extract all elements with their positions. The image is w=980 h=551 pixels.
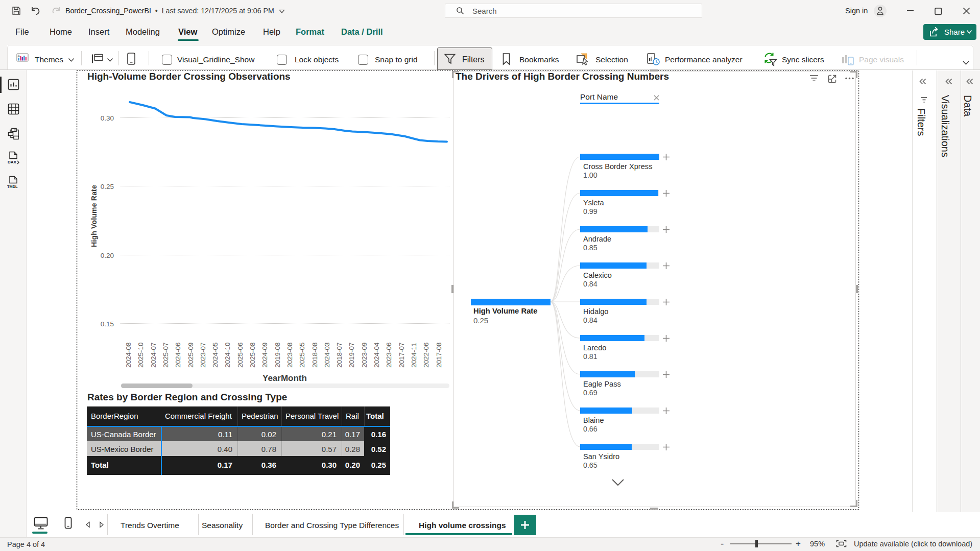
svg-text:2022-06: 2022-06 (422, 342, 430, 368)
svg-text:2023-09: 2023-09 (361, 342, 368, 368)
svg-text:2024-03: 2024-03 (323, 342, 331, 368)
svg-text:2019-07: 2019-07 (348, 342, 355, 368)
svg-text:2024-04: 2024-04 (373, 342, 380, 368)
svg-text:2025-05: 2025-05 (298, 342, 306, 368)
svg-text:2017-07: 2017-07 (398, 342, 405, 368)
svg-text:2024-07: 2024-07 (150, 342, 157, 368)
svg-text:2018-08: 2018-08 (311, 342, 319, 368)
svg-text:2025-09: 2025-09 (187, 342, 195, 368)
svg-text:2024-08: 2024-08 (125, 342, 132, 368)
svg-text:2017-08: 2017-08 (435, 342, 443, 368)
svg-text:2024-11: 2024-11 (410, 343, 418, 368)
svg-text:2025-06: 2025-06 (236, 342, 244, 368)
svg-text:2024-05: 2024-05 (211, 342, 219, 368)
svg-text:2018-07: 2018-07 (336, 342, 343, 368)
svg-text:TMDL: TMDL (7, 184, 18, 189)
svg-text:2024-10: 2024-10 (224, 342, 231, 368)
svg-text:2019-08: 2019-08 (274, 342, 281, 368)
svg-text:2025-10: 2025-10 (137, 342, 145, 368)
svg-text:DAX: DAX (8, 160, 17, 164)
svg-text:2023-08: 2023-08 (286, 342, 294, 368)
svg-text:2025-08: 2025-08 (249, 342, 256, 368)
svg-text:2024-06: 2024-06 (174, 342, 182, 368)
svg-text:2023-06: 2023-06 (385, 342, 393, 368)
svg-text:A: A (18, 54, 20, 58)
svg-text:2025-07: 2025-07 (162, 342, 170, 368)
svg-text:2024-09: 2024-09 (261, 342, 269, 368)
svg-text:2023-07: 2023-07 (199, 342, 207, 368)
